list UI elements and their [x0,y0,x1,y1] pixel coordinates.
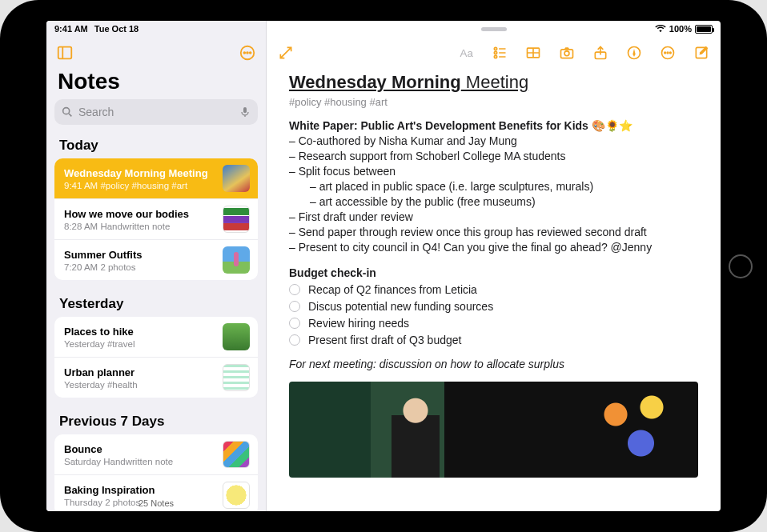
battery-icon [695,25,713,34]
ipad-frame: 9:41 AM Tue Oct 18 100% Notes TodayWedne… [0,0,767,532]
checkbox-icon[interactable] [289,284,300,295]
note-thumbnail [223,364,250,391]
svg-point-3 [243,52,245,54]
note-line: – Split focus between [289,165,698,178]
svg-rect-0 [58,47,72,59]
camera-icon[interactable] [559,45,575,61]
note-heading: Budget check-in [289,266,698,279]
svg-line-7 [69,114,71,116]
svg-point-24 [665,52,666,54]
checklist-label: Present first draft of Q3 budget [308,334,461,346]
note-list-item[interactable]: How we move our bodies8:28 AM Handwritte… [54,199,258,240]
notes-list[interactable]: TodayWednesday Morning Meeting9:41 AM #p… [46,131,266,511]
section-header: Previous 7 Days [54,407,258,434]
table-icon[interactable] [525,45,541,61]
svg-rect-8 [243,107,247,113]
note-item-title: Wednesday Morning Meeting [64,167,216,179]
note-line: – art accessible by the public (free mus… [310,195,698,208]
note-thumbnail [223,246,250,274]
checklist-icon[interactable] [492,45,508,61]
search-input[interactable] [54,99,258,125]
note-title: Wednesday Morning Meeting [289,72,698,93]
notes-group: Wednesday Morning Meeting9:41 AM #policy… [54,158,258,280]
svg-point-10 [494,47,496,50]
note-italic-line: For next meeting: discussion on how to a… [289,358,698,370]
mic-icon[interactable] [239,105,251,119]
checklist-label: Review hiring needs [308,317,409,330]
note-item-subtitle: 7:20 AM 2 photos [64,262,216,272]
note-item-title: Baking Inspiration [64,484,216,496]
note-list-item[interactable]: Places to hikeYesterday #travel [54,317,258,358]
markup-icon[interactable] [626,45,642,61]
note-list-item[interactable]: Urban plannerYesterday #health [54,358,258,398]
checklist-label: Discus potential new funding sources [308,300,493,313]
note-line: – Present to city council in Q4! Can you… [289,241,698,254]
note-item-title: Bounce [64,443,216,455]
checklist-item[interactable]: Discus potential new funding sources [289,300,698,313]
note-content[interactable]: Wednesday Morning Meeting #policy #housi… [267,67,721,511]
note-thumbnail [223,323,250,350]
note-item-subtitle: Yesterday #travel [64,339,216,349]
note-line: – art placed in public space (i.e. large… [310,180,698,193]
svg-point-20 [564,51,569,56]
notes-sidebar: Notes TodayWednesday Morning Meeting9:41… [46,21,267,511]
note-thumbnail [223,165,250,192]
note-thumbnail [223,441,250,468]
note-item-subtitle: Yesterday #health [64,380,216,390]
editor-toolbar: Aa [267,38,721,67]
section-header: Yesterday [54,290,258,317]
note-line: – First draft under review [289,210,698,223]
note-item-subtitle: Saturday Handwritten note [64,457,216,466]
note-item-title: How we move our bodies [64,208,216,220]
share-icon[interactable] [592,45,608,61]
note-item-title: Places to hike [64,326,216,338]
svg-point-26 [670,52,672,54]
note-tags: #policy #housing #art [289,96,698,108]
note-list-item[interactable]: Wednesday Morning Meeting9:41 AM #policy… [54,158,258,199]
svg-point-25 [667,52,669,54]
checkbox-icon[interactable] [289,334,300,346]
status-date: Tue Oct 18 [94,24,139,34]
note-list-item[interactable]: BounceSaturday Handwritten note [54,434,258,475]
svg-point-11 [494,51,496,54]
svg-point-5 [250,52,251,54]
wifi-icon [655,25,666,33]
note-item-subtitle: 8:28 AM Handwritten note [64,222,216,231]
notes-count: 25 Notes [46,498,266,508]
checklist-item[interactable]: Review hiring needs [289,317,698,330]
note-heading: White Paper: Public Art's Development Be… [289,119,698,132]
note-item-title: Summer Outfits [64,249,216,261]
more-icon[interactable] [239,44,256,62]
note-item-subtitle: 9:41 AM #policy #housing #art [64,181,216,190]
note-line: – Research support from Schoberl College… [289,150,698,162]
section-header: Today [54,131,258,158]
checkbox-icon[interactable] [289,301,300,312]
checklist-item[interactable]: Present first draft of Q3 budget [289,334,698,346]
checklist-item[interactable]: Recap of Q2 finances from Leticia [289,283,698,296]
status-time: 9:41 AM [54,24,88,34]
note-attached-photo[interactable] [289,382,698,478]
note-item-title: Urban planner [64,366,216,378]
compose-icon[interactable] [693,45,709,61]
checkbox-icon[interactable] [289,318,300,329]
svg-text:Aa: Aa [460,47,474,59]
notes-group: Places to hikeYesterday #travelUrban pla… [54,317,258,398]
home-button[interactable] [729,254,753,278]
sidebar-title: Notes [46,67,266,99]
note-thumbnail [223,206,250,233]
note-list-item[interactable]: Summer Outfits7:20 AM 2 photos [54,240,258,280]
search-icon [61,106,74,118]
svg-point-12 [494,55,496,58]
svg-point-6 [63,108,70,114]
note-editor: Aa Wednesday Morning Meeting #policy #ho… [267,21,721,511]
screen: 9:41 AM Tue Oct 18 100% Notes TodayWedne… [46,21,721,511]
svg-point-4 [247,52,248,54]
note-line: – Send paper through review once this gr… [289,226,698,238]
battery-percent: 100% [669,24,692,34]
format-text-icon[interactable]: Aa [458,45,474,61]
note-line: – Co-authored by Nisha Kumar and Jay Mun… [289,134,698,147]
checklist-label: Recap of Q2 finances from Leticia [308,283,477,296]
expand-icon[interactable] [278,45,294,61]
more-options-icon[interactable] [660,45,676,61]
sidebar-toggle-icon[interactable] [56,44,74,62]
